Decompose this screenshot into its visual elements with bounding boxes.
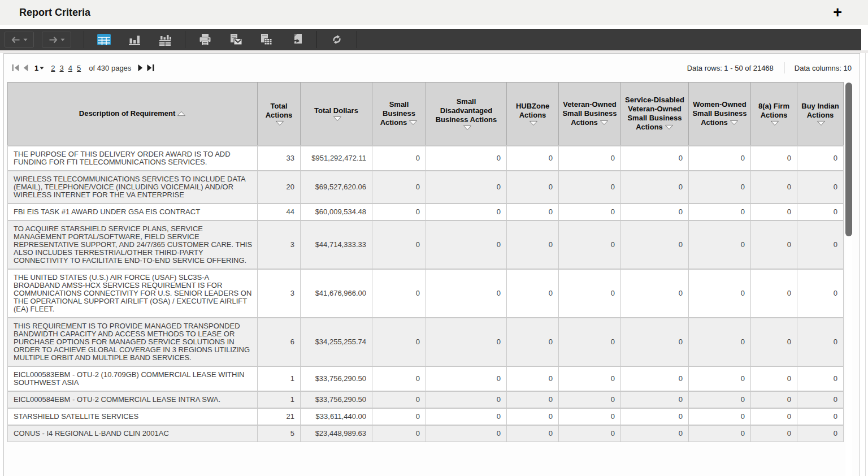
table-view-button[interactable] <box>95 31 113 48</box>
column-header-small_disadvantaged[interactable]: Small Disadvantaged Business Actions <box>426 83 507 146</box>
cell-small_business: 0 <box>372 146 426 171</box>
cell-description: EICL000583EBM - OTU-2 (10.709GB) COMMERC… <box>8 366 258 391</box>
column-header-small_business[interactable]: Small Business Actions <box>372 83 426 146</box>
cell-women_owned: 0 <box>689 146 751 171</box>
cell-firm_8a: 0 <box>751 366 797 391</box>
column-header-hubzone[interactable]: HUBZone Actions <box>507 83 559 146</box>
next-page-button[interactable] <box>138 64 143 71</box>
table-row: EICL000584EBM - OTU-2 COMMERCIAL LEASE I… <box>8 391 844 408</box>
table-row: THE PURPOSE OF THIS DELIVERY ORDER AWARD… <box>8 146 844 171</box>
back-button[interactable] <box>5 32 34 47</box>
vertical-scrollbar-thumb[interactable] <box>845 83 852 236</box>
page-title: Report Criteria <box>19 7 90 19</box>
print-data-icon <box>259 33 274 46</box>
cell-women_owned: 0 <box>689 171 751 204</box>
cell-buy_indian: 0 <box>797 220 844 269</box>
previous-page-icon <box>23 64 28 71</box>
cell-description: CONUS - I4 REGIONAL L-BAND CLIN 2001AC <box>8 425 258 442</box>
cell-total_actions: 3 <box>258 220 301 269</box>
previous-page-button[interactable] <box>23 64 28 71</box>
cell-women_owned: 0 <box>689 408 751 425</box>
cell-buy_indian: 0 <box>797 408 844 425</box>
vertical-scrollbar-track[interactable] <box>845 83 852 476</box>
page-link-3[interactable]: 3 <box>59 64 63 72</box>
toolbar-separator <box>185 31 185 48</box>
chart-table-view-button[interactable] <box>156 31 174 48</box>
column-header-total_actions[interactable]: Total Actions <box>258 83 301 146</box>
cell-firm_8a: 0 <box>751 425 797 442</box>
cell-veteran_owned: 0 <box>559 366 621 391</box>
top-gap <box>0 25 868 29</box>
cell-hubzone: 0 <box>507 269 559 318</box>
cell-small_disadvantaged: 0 <box>426 391 507 408</box>
column-header-buy_indian[interactable]: Buy Indian Actions <box>797 83 844 146</box>
pagination-bar: 1 2 3 4 5 of 430 pages Data rows: 1 - 50… <box>4 54 860 82</box>
cell-buy_indian: 0 <box>797 366 844 391</box>
data-rows-label: Data rows: 1 - 50 of 21468 <box>687 64 774 72</box>
forward-button[interactable] <box>42 32 71 47</box>
table-row: TO ACQUIRE STARSHIELD SERVICE PLANS, SER… <box>8 220 844 269</box>
cell-small_business: 0 <box>372 408 426 425</box>
cell-total_actions: 1 <box>258 366 301 391</box>
cell-firm_8a: 0 <box>751 146 797 171</box>
page-dropdown[interactable] <box>40 67 44 70</box>
cell-small_business: 0 <box>372 391 426 408</box>
page-link-2[interactable]: 2 <box>51 64 55 72</box>
cell-buy_indian: 0 <box>797 171 844 204</box>
cell-hubzone: 0 <box>507 408 559 425</box>
forward-arrow-icon <box>49 36 58 44</box>
column-label: Buy Indian Actions <box>801 102 839 119</box>
column-header-total_dollars[interactable]: Total Dollars <box>301 83 372 146</box>
sort-desc-icon <box>333 116 342 122</box>
cell-description: STARSHIELD SATELLITE SERVICES <box>8 408 258 425</box>
cell-description: TO ACQUIRE STARSHIELD SERVICE PLANS, SER… <box>8 220 258 269</box>
sort-asc-icon <box>177 111 186 116</box>
print-button[interactable] <box>196 31 214 48</box>
cell-total_actions: 6 <box>258 318 301 366</box>
chart-view-button[interactable] <box>125 31 144 48</box>
cell-service_disabled: 0 <box>621 220 689 269</box>
cell-veteran_owned: 0 <box>559 408 621 425</box>
page-link-4[interactable]: 4 <box>68 64 72 72</box>
cell-firm_8a: 0 <box>751 318 797 366</box>
chart-view-icon <box>127 33 142 46</box>
last-page-button[interactable] <box>147 64 154 71</box>
cell-total_dollars: $34,255,255.74 <box>301 318 372 366</box>
column-header-description[interactable]: Description of Requirement <box>8 83 258 146</box>
refresh-button[interactable] <box>328 31 346 48</box>
add-button[interactable]: + <box>833 5 842 20</box>
column-header-veteran_owned[interactable]: Veteran-Owned Small Business Actions <box>559 83 621 146</box>
cell-total_actions: 21 <box>258 408 301 425</box>
cell-service_disabled: 0 <box>621 408 689 425</box>
current-page[interactable]: 1 <box>34 64 38 72</box>
table-view-icon <box>97 33 111 46</box>
toolbar-separator <box>357 31 357 48</box>
table-row: STARSHIELD SATELLITE SERVICES21$33,611,4… <box>8 408 844 425</box>
cell-total_dollars: $951,292,472.11 <box>301 146 372 171</box>
print-data-button[interactable] <box>257 31 275 48</box>
cell-buy_indian: 0 <box>797 146 844 171</box>
export-button[interactable] <box>227 31 245 48</box>
table-row: EICL000583EBM - OTU-2 (10.709GB) COMMERC… <box>8 366 844 391</box>
cell-veteran_owned: 0 <box>559 146 621 171</box>
pages-count-label: of 430 pages <box>89 64 131 72</box>
first-page-icon <box>12 64 19 71</box>
cell-firm_8a: 0 <box>751 269 797 318</box>
sort-desc-icon <box>730 120 739 126</box>
export-pdf-button[interactable] <box>288 31 306 48</box>
page-link-5[interactable]: 5 <box>77 64 81 72</box>
cell-total_actions: 5 <box>258 425 301 442</box>
cell-small_business: 0 <box>372 171 426 204</box>
right-edge-line <box>865 53 866 476</box>
cell-veteran_owned: 0 <box>559 220 621 269</box>
first-page-button[interactable] <box>12 64 19 71</box>
column-header-service_disabled[interactable]: Service-Disabled Veteran-Owned Small Bus… <box>621 83 689 146</box>
column-header-firm_8a[interactable]: 8(a) Firm Actions <box>751 83 797 146</box>
table-header: Description of RequirementTotal ActionsT… <box>8 83 844 146</box>
sort-desc-icon <box>409 120 418 126</box>
column-label: Description of Requirement <box>79 109 175 118</box>
column-header-women_owned[interactable]: Women-Owned Small Business Actions <box>689 83 751 146</box>
cell-hubzone: 0 <box>507 204 559 220</box>
sort-desc-icon <box>817 120 826 126</box>
cell-hubzone: 0 <box>507 391 559 408</box>
